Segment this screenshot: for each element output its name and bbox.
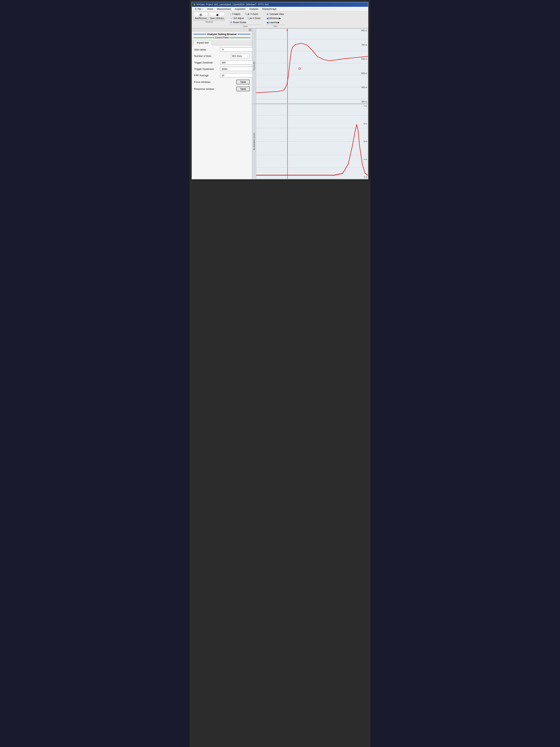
title-bar: N NVGate: Project: id31_nanostation_11ju… — [192, 2, 368, 7]
ribbon: ⊞ Add/Remove ◀ Open Infotrace Windows ↕ … — [192, 11, 368, 28]
panel-close-button[interactable]: × — [249, 29, 251, 31]
menu-analyses[interactable]: Analyses — [247, 7, 261, 11]
cp-title-text: Control Panel — [215, 36, 229, 39]
acceleration-chart-canvas[interactable]: 7 m 6 m 5 m 4 m 3 m — [256, 104, 368, 179]
xz-adjust-button[interactable]: ↔ X/Z Adjust 🔍⊕ X Zoom — [229, 16, 262, 20]
menu-bar: 🗒 File ▼ Home Measurement Acquisition An… — [192, 7, 368, 11]
frf-average-input[interactable] — [220, 73, 254, 77]
reset-scales-button[interactable]: ↺ Reset Scales — [229, 21, 262, 24]
open-infotrace-icon: ◀ — [216, 13, 218, 17]
tick-700m: 700 m — [359, 44, 367, 46]
add-remove-label: Add/Remove — [195, 17, 207, 19]
cp-right-line — [230, 37, 250, 38]
trigger-threshold-row: Trigger threshold ▲ ▼ N — [194, 60, 250, 65]
num-lines-arrow: ∨ — [247, 55, 248, 57]
layouts-button[interactable]: ◀ Layouts ▶ — [265, 21, 285, 24]
tick-3m: 3 m — [359, 176, 367, 178]
tick-600m: 600 m — [359, 58, 367, 60]
screen-background: N NVGate: Project: id31_nanostation_11ju… — [190, 0, 370, 747]
layouts-icon: ◀ — [266, 21, 268, 24]
menu-measurement[interactable]: Measurement — [215, 7, 233, 11]
cp-left-line — [193, 37, 214, 38]
start-delay-input[interactable] — [220, 48, 254, 51]
tick-6m: 6 m — [359, 123, 367, 125]
windows-nav-label: Windows ▶ — [269, 17, 281, 20]
cascade-view-button[interactable]: ≋ Cascade View — [265, 12, 285, 16]
left-panel: × Analyzer Setting Browser Control Panel — [192, 28, 252, 179]
close-icon: × — [249, 29, 250, 31]
frf-average-row: FRF Average ▲ ▼ — [194, 73, 250, 77]
ribbon-windows-label: Windows — [193, 20, 225, 23]
tick-5m: 5 m — [359, 140, 367, 143]
menu-home[interactable]: Home — [205, 7, 215, 11]
ribbon-windows-buttons: ⊞ Add/Remove ◀ Open Infotrace — [193, 12, 225, 20]
zoom-actions: ↕ Y Adjust 🔍⊕ Y Zoom ↔ X/Z Adjust 🔍⊕ X Z… — [229, 12, 262, 24]
response-window-table-button[interactable]: Table — [236, 86, 250, 91]
acceleration-curve — [256, 104, 368, 179]
tick-500m: 500 m — [359, 72, 367, 74]
open-infotrace-button[interactable]: ◀ Open Infotrace — [209, 12, 225, 20]
frf-average-label: FRF Average — [194, 74, 219, 77]
trigger-hysteresis-input[interactable] — [220, 67, 254, 71]
app-logo: N — [193, 3, 195, 6]
ribbon-group-windows: ⊞ Add/Remove ◀ Open Infotrace Windows — [193, 12, 225, 27]
acceleration-y-label: Acceleration (m/s²) — [252, 104, 256, 179]
xz-adjust-icon: ↔ — [230, 17, 233, 20]
force-y-label: Force (N) — [252, 28, 256, 104]
force-windows-table-button[interactable]: Table — [236, 80, 250, 84]
response-window-label: Response window — [194, 87, 235, 91]
layouts-label: Layouts ▶ — [269, 21, 279, 24]
view-actions: ≋ Cascade View ◀ Windows ▶ ◀ Layouts ▶ — [265, 12, 285, 24]
force-chart-canvas[interactable]: 800 m 700 m 600 m 500 m 400 m 300 m 2 — [256, 28, 368, 104]
num-lines-select[interactable]: 801 lines ∨ — [231, 54, 250, 58]
add-remove-icon: ⊞ — [199, 13, 202, 17]
force-windows-control: Table — [236, 80, 250, 84]
main-area: × Analyzer Setting Browser Control Panel — [192, 28, 368, 179]
num-lines-row: Number of lines 801 lines ∨ — [194, 54, 250, 58]
num-lines-value: 801 lines — [232, 55, 242, 57]
menu-acquisition[interactable]: Acquisition — [233, 7, 247, 11]
chart-marker-2: 2 — [286, 29, 288, 32]
analyzer-left-line — [193, 34, 207, 34]
ribbon-zoom-label: Zoom — [229, 25, 262, 27]
tick-7m: 7 m — [359, 105, 367, 107]
force-curve — [256, 29, 368, 104]
analyzer-header: Analyzer Setting Browser Control Panel — [192, 32, 252, 40]
xz-adjust-label: X/Z Adjust — [233, 17, 244, 20]
cascade-view-icon: ≋ — [266, 12, 269, 16]
num-lines-control: 801 lines ∨ — [231, 54, 250, 58]
trigger-threshold-label: Trigger threshold — [194, 61, 219, 64]
open-infotrace-label: Open Infotrace — [210, 17, 224, 19]
y-zoom-label: Y Zoom — [250, 13, 258, 16]
form-body: Start delay ▲ ▼ % — [192, 45, 252, 96]
window-title: NVGate: Project: id31_nanostation_11june… — [196, 3, 268, 6]
response-window-control: Table — [236, 86, 250, 91]
ribbon-group-view: ≋ Cascade View ◀ Windows ▶ ◀ Layouts ▶ V… — [265, 12, 285, 27]
menu-display-graph[interactable]: Display/Graph — [260, 7, 278, 11]
y-adjust-icon: ↕ — [230, 12, 231, 16]
start-delay-row: Start delay ▲ ▼ % — [194, 47, 250, 52]
force-windows-row: Force windows Table — [194, 80, 250, 84]
trigger-threshold-input[interactable] — [220, 61, 254, 65]
force-y-axis: 800 m 700 m 600 m 500 m 400 m 300 m — [358, 29, 368, 104]
force-windows-label: Force windows — [194, 81, 235, 83]
tick-800m: 800 m — [359, 29, 367, 32]
tick-400m: 400 m — [359, 86, 367, 88]
windows-nav-icon: ◀ — [266, 17, 268, 20]
trigger-hysteresis-label: Trigger Hysteresis — [194, 68, 219, 70]
tab-impact-test-label: Impact test — [197, 41, 209, 44]
panel-close-bar: × — [192, 28, 252, 32]
menu-file[interactable]: 🗒 File ▼ — [193, 7, 205, 11]
trigger-hysteresis-row: Trigger Hysteresis ▲ ▼ N — [194, 67, 250, 71]
windows-button[interactable]: ◀ Windows ▶ — [265, 16, 285, 20]
chart-area: Force (N) — [252, 28, 368, 179]
add-remove-button[interactable]: ⊞ Add/Remove — [193, 12, 208, 20]
tick-300m: 300 m — [359, 101, 367, 103]
tab-bar: Impact test — [192, 40, 252, 45]
analyzer-title-text: Analyzer Setting Browser — [207, 33, 237, 35]
control-panel-bar: Control Panel — [193, 36, 250, 40]
reset-scales-icon: ↺ — [230, 21, 232, 24]
tab-impact-test[interactable]: Impact test — [193, 40, 212, 45]
start-delay-label: Start delay — [194, 48, 219, 51]
y-adjust-button[interactable]: ↕ Y Adjust 🔍⊕ Y Zoom — [229, 12, 262, 16]
